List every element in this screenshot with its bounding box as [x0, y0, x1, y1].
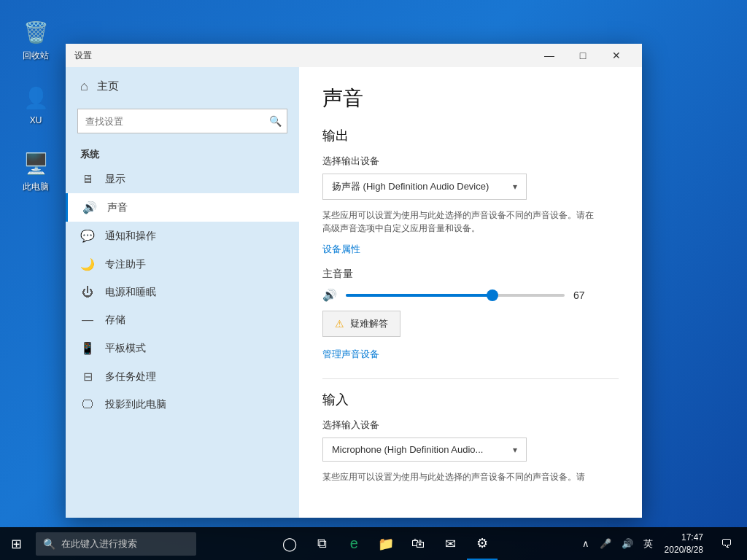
taskbar-search-text: 在此键入进行搜索	[61, 537, 137, 551]
sidebar-item-power-sleep[interactable]: ⏻ 电源和睡眠	[66, 279, 299, 306]
taskbar-tray: ∧ 🎤 🔊 英 17:47 2020/8/28 🗨	[573, 527, 747, 560]
taskbar-explorer[interactable]: 📁	[371, 527, 401, 560]
divider	[322, 378, 619, 379]
volume-thumb[interactable]	[487, 289, 498, 301]
store-icon: 🛍	[411, 536, 425, 551]
volume-section: 主音量 🔊 67	[322, 268, 619, 302]
desktop-icon-user[interactable]: 👤 XU	[10, 80, 61, 128]
sidebar-search-input[interactable]	[77, 109, 287, 133]
output-info-text: 某些应用可以设置为使用与此处选择的声音设备不同的声音设备。请在高级声音选项中自定…	[322, 209, 600, 235]
sidebar-item-display[interactable]: 🖥 显示	[66, 166, 299, 193]
sidebar-item-focus-label: 专注助手	[105, 258, 146, 271]
taskbar-search-icon: 🔍	[43, 538, 55, 550]
taskbar-mail[interactable]: ✉	[435, 527, 465, 560]
sidebar-item-tablet-label: 平板模式	[105, 342, 146, 355]
tray-chevron[interactable]: ∧	[579, 537, 592, 551]
tray-date-value: 2020/8/28	[665, 544, 703, 556]
input-device-label: 选择输入设备	[322, 419, 619, 432]
volume-icon: 🔊	[322, 288, 337, 302]
tray-time-value: 17:47	[681, 532, 703, 544]
sidebar-item-multitask[interactable]: ⊟ 多任务处理	[66, 362, 299, 391]
explorer-icon: 📁	[378, 536, 394, 552]
sidebar-item-notifications[interactable]: 💬 通知和操作	[66, 222, 299, 250]
task-view-icon: ⧉	[317, 536, 327, 551]
sidebar-home-button[interactable]: ⌂ 主页	[66, 67, 299, 106]
taskbar-settings[interactable]: ⚙	[467, 527, 498, 560]
tablet-icon: 📱	[80, 341, 95, 355]
sidebar-item-sound[interactable]: 🔊 声音	[66, 193, 299, 222]
sidebar-search[interactable]: 🔍	[77, 109, 287, 133]
output-device-select[interactable]: 扬声器 (High Definition Audio Device) ▾	[322, 174, 527, 200]
close-button[interactable]: ✕	[600, 44, 633, 67]
tray-mic[interactable]: 🎤	[597, 537, 614, 551]
user-icon: 👤	[21, 83, 50, 112]
this-pc-label: 此电脑	[23, 181, 49, 193]
input-dropdown-arrow: ▾	[513, 445, 517, 455]
notification-icon: 🗨	[721, 537, 732, 551]
output-device-value: 扬声器 (High Definition Audio Device)	[332, 180, 489, 193]
desktop: 🗑️ 回收站 👤 XU 🖥️ 此电脑 设置 — □ ✕ ⌂ 主页	[0, 0, 747, 560]
input-info-text: 某些应用可以设置为使用与此处选择的声音设备不同的声音设备。请	[322, 470, 600, 483]
input-device-select[interactable]: Microphone (High Definition Audio... ▾	[322, 438, 527, 462]
window-title: 设置	[74, 50, 533, 62]
device-properties-link[interactable]: 设备属性	[322, 243, 360, 256]
start-icon: ⊞	[11, 536, 22, 552]
sidebar-section-label: 系统	[66, 142, 299, 166]
taskbar-search[interactable]: 🔍 在此键入进行搜索	[36, 532, 196, 556]
main-content: 声音 输出 选择输出设备 扬声器 (High Definition Audio …	[299, 67, 642, 518]
sidebar-item-tablet[interactable]: 📱 平板模式	[66, 334, 299, 362]
sidebar-home-label: 主页	[97, 79, 119, 93]
manage-sound-link[interactable]: 管理声音设备	[322, 348, 379, 361]
sidebar-item-storage-label: 存储	[105, 314, 125, 327]
sidebar-item-project[interactable]: 🖵 投影到此电脑	[66, 391, 299, 419]
settings-window: 设置 — □ ✕ ⌂ 主页 🔍 系统 🖥	[66, 44, 642, 518]
taskbar-search-circle[interactable]: ◯	[274, 527, 305, 560]
focus-assist-icon: 🌙	[80, 257, 95, 271]
sidebar-item-notifications-label: 通知和操作	[105, 230, 156, 243]
sound-icon: 🔊	[82, 201, 97, 214]
taskbar-store[interactable]: 🛍	[403, 527, 433, 560]
user-label: XU	[30, 115, 42, 125]
maximize-button[interactable]: □	[566, 44, 600, 67]
volume-slider[interactable]	[346, 294, 565, 297]
warning-icon: ⚠	[335, 318, 344, 330]
search-circle-icon: ◯	[282, 536, 297, 552]
sidebar-item-multitask-label: 多任务处理	[105, 370, 156, 384]
desktop-icon-this-pc[interactable]: 🖥️ 此电脑	[10, 146, 61, 196]
notifications-icon: 💬	[80, 229, 95, 243]
sidebar-item-sound-label: 声音	[107, 201, 128, 214]
display-icon: 🖥	[80, 173, 95, 186]
sidebar: ⌂ 主页 🔍 系统 🖥 显示 🔊 声音 💬	[66, 67, 299, 518]
input-device-value: Microphone (High Definition Audio...	[332, 444, 483, 455]
output-dropdown-arrow: ▾	[513, 182, 517, 192]
sidebar-item-storage[interactable]: — 存储	[66, 306, 299, 334]
sidebar-item-focus-assist[interactable]: 🌙 专注助手	[66, 250, 299, 279]
mail-icon: ✉	[445, 536, 456, 552]
troubleshoot-button[interactable]: ⚠ 疑难解答	[322, 311, 400, 337]
project-icon: 🖵	[80, 398, 95, 411]
volume-value: 67	[573, 289, 595, 301]
page-title: 声音	[322, 85, 619, 112]
home-icon: ⌂	[80, 79, 88, 94]
output-section-title: 输出	[322, 127, 619, 144]
volume-control: 🔊 67	[322, 288, 619, 302]
taskbar-task-view[interactable]: ⧉	[306, 527, 337, 560]
input-section-title: 输入	[322, 391, 619, 408]
notification-center-button[interactable]: 🗨	[712, 527, 741, 560]
storage-icon: —	[80, 314, 95, 327]
troubleshoot-label: 疑难解答	[350, 317, 388, 330]
tray-volume[interactable]: 🔊	[619, 537, 636, 551]
taskbar: ⊞ 🔍 在此键入进行搜索 ◯ ⧉ e 📁 🛍 ✉	[0, 527, 747, 560]
sidebar-item-power-label: 电源和睡眠	[105, 286, 156, 299]
tray-clock[interactable]: 17:47 2020/8/28	[660, 532, 708, 556]
recycle-icon: 🗑️	[21, 18, 50, 47]
window-titlebar: 设置 — □ ✕	[66, 44, 642, 67]
desktop-icon-recycle[interactable]: 🗑️ 回收站	[10, 15, 61, 65]
output-device-label: 选择输出设备	[322, 155, 619, 168]
minimize-button[interactable]: —	[533, 44, 566, 67]
start-button[interactable]: ⊞	[0, 527, 33, 560]
taskbar-edge[interactable]: e	[338, 527, 369, 560]
tray-lang[interactable]: 英	[640, 536, 656, 552]
sidebar-item-display-label: 显示	[105, 173, 125, 186]
recycle-label: 回收站	[23, 50, 49, 62]
